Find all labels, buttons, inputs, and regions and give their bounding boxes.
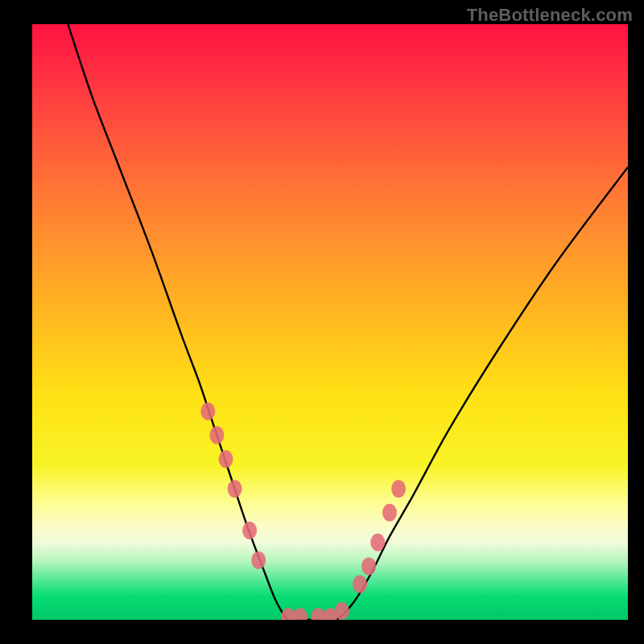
watermark-text: TheBottleneck.com (467, 5, 633, 26)
marker-point (219, 450, 233, 468)
marker-point (391, 480, 406, 497)
marker-point (382, 504, 397, 522)
marker-point (361, 557, 376, 575)
bottleneck-curve (32, 24, 628, 620)
chart-frame: TheBottleneck.com (0, 0, 644, 644)
curve-line (68, 24, 628, 620)
marker-point (242, 522, 257, 539)
marker-point (200, 402, 215, 420)
chart-plot-area (32, 24, 628, 620)
marker-point (209, 427, 224, 444)
marker-point (228, 480, 242, 497)
marker-point (251, 551, 266, 569)
marker-point (293, 608, 308, 620)
marker-point (335, 602, 349, 620)
marker-point (353, 576, 367, 593)
marker-group (200, 402, 406, 620)
marker-point (370, 534, 385, 551)
